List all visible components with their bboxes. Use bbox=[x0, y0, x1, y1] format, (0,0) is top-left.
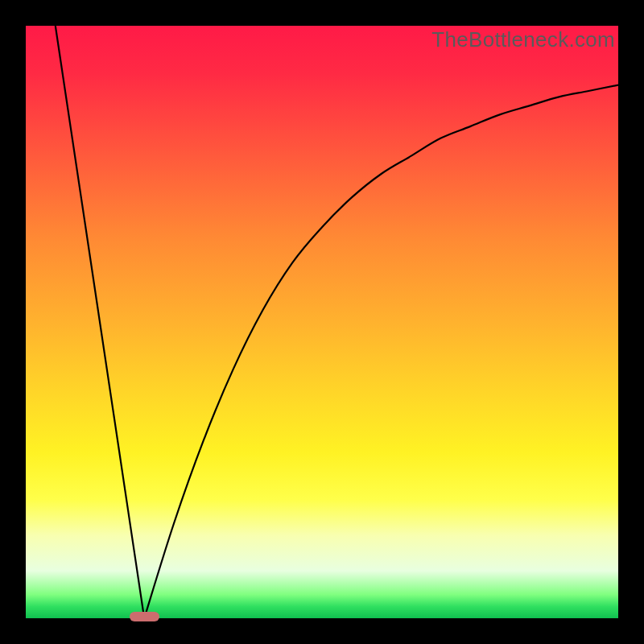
plot-gradient-area bbox=[26, 26, 618, 618]
watermark-text: TheBottleneck.com bbox=[431, 27, 615, 52]
optimal-marker bbox=[130, 612, 159, 621]
